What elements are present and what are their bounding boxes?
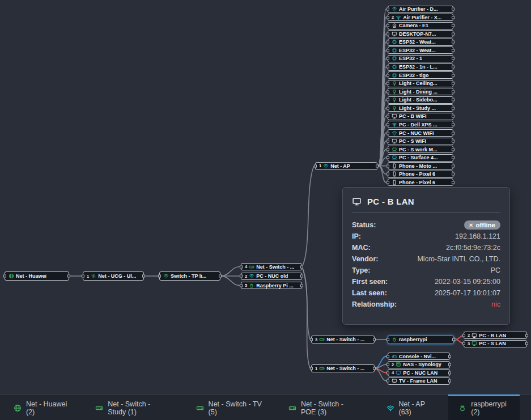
- node-switch-tp-li[interactable]: Switch - TP li...: [159, 271, 220, 281]
- node-air-purifier-d[interactable]: Air Purifier - D...: [388, 6, 453, 13]
- chip-icon: [392, 48, 397, 53]
- port-right: [452, 24, 454, 27]
- node-label: PC - NUC WIFI: [399, 130, 434, 136]
- node-raspberrypi[interactable]: raspberrypi: [388, 336, 454, 344]
- tab-net-switch-study[interactable]: Net - Switch - Study (1): [85, 394, 180, 420]
- node-label: Light - Study ...: [399, 105, 436, 111]
- detail-row-vendor: Vendor: Micro-Star INTL CO., LTD.: [352, 253, 500, 265]
- node-net-ap[interactable]: 1Net - AP: [315, 162, 377, 170]
- node-phone-pixel-6[interactable]: Phone - Pixel 6: [388, 171, 453, 178]
- node-net-huawei[interactable]: Net - Huawei: [5, 271, 69, 281]
- node-esp32-1[interactable]: ESP32 - 1: [388, 55, 453, 62]
- pc-icon: [392, 113, 397, 119]
- tab-net-ap[interactable]: Net - AP (63): [376, 394, 443, 420]
- gamepad-icon: [392, 354, 397, 359]
- node-net-ucg-ul[interactable]: 1Net - UCG - Ul...: [83, 271, 144, 281]
- port-right: [452, 148, 454, 151]
- node-label: PC - S LAN: [479, 341, 506, 346]
- wifi-icon: [163, 273, 169, 279]
- detail-rows: Status: ×offline IP: 192.168.1.121 MAC: …: [352, 219, 500, 310]
- node-light-sidebo[interactable]: Light - Sidebo...: [388, 96, 453, 104]
- detail-value: 2025-07-17 10:01:07: [435, 289, 500, 297]
- port-right: [376, 164, 379, 167]
- node-label: Phone - Pixel 6: [399, 171, 435, 177]
- port-left: [386, 49, 389, 52]
- node-label: DESKTOP-N7...: [399, 31, 436, 37]
- node-pc-nuc-wifi[interactable]: PC - NUC WIFI: [388, 129, 453, 137]
- node-pc-nuc-lan[interactable]: 4PC - NUC LAN: [388, 369, 450, 376]
- port-right: [452, 156, 454, 159]
- switch-icon: [319, 337, 325, 342]
- node-pc-surface-4[interactable]: PC - Surface 4...: [388, 154, 453, 162]
- node-net-switch[interactable]: 3Net - Switch - ...: [311, 336, 375, 343]
- tab-net-switch-tv[interactable]: Net - Switch - TV (5): [186, 394, 273, 420]
- tab-net-huawei[interactable]: Net - Huawei (2): [3, 394, 79, 420]
- switch-icon: [95, 404, 103, 412]
- node-pc-s-wifi[interactable]: PC - S WIFI: [388, 138, 453, 145]
- node-pc-b-lan[interactable]: 2PC - B LAN: [464, 332, 527, 339]
- port-left: [310, 367, 313, 370]
- node-pc-s-lan[interactable]: 3PC - S LAN: [464, 340, 527, 347]
- node-tv-frame-lan[interactable]: TV - Frame LAN: [388, 377, 450, 385]
- node-air-purifier-x[interactable]: 2Air Purifier - X...: [388, 14, 453, 21]
- node-esp32-weat[interactable]: ESP32 - Weat...: [388, 39, 453, 46]
- node-desktop-n7[interactable]: DESKTOP-N7...: [388, 30, 453, 37]
- node-net-switch[interactable]: 4Net - Switch - ...: [241, 263, 302, 270]
- port-left: [386, 371, 389, 374]
- node-light-dining[interactable]: Light - Dining ...: [388, 88, 453, 95]
- node-pc-s-work-m[interactable]: PC - S work M...: [388, 146, 453, 153]
- device-details-popup: PC - B LAN Status: ×offline IP: 192.168.…: [342, 187, 510, 325]
- tab-net-switch-poe[interactable]: Net - Switch - POE (3): [278, 394, 371, 420]
- node-label: Phone - Moto ...: [399, 163, 437, 169]
- port-left: [386, 74, 389, 77]
- node-label: PC - S work M...: [399, 147, 437, 152]
- detail-label: Last seen:: [352, 289, 387, 297]
- port-left: [462, 342, 465, 345]
- node-light-ceiling[interactable]: Light - Ceiling...: [388, 80, 453, 87]
- node-phone-moto[interactable]: Phone - Moto ...: [388, 162, 453, 169]
- port-right: [373, 338, 376, 341]
- node-pc-b-wifi[interactable]: PC - B WIFI: [388, 113, 453, 120]
- detail-label: MAC:: [352, 244, 371, 252]
- detail-label: First seen:: [352, 278, 388, 286]
- port-number-badge: 4: [245, 264, 247, 269]
- tv-icon: [392, 378, 397, 384]
- port-right: [452, 82, 454, 85]
- node-camera-e1[interactable]: Camera - E1: [388, 22, 453, 29]
- node-net-switch[interactable]: 1Net - Switch - ...: [311, 364, 375, 372]
- port-left: [386, 8, 389, 11]
- detail-label: Type:: [352, 266, 370, 274]
- port-number-badge: 5: [245, 283, 247, 288]
- detail-label: Status:: [352, 221, 376, 229]
- detail-value: Micro-Star INTL CO., LTD.: [417, 255, 500, 263]
- node-label: ESP32 - tlgo: [399, 73, 429, 78]
- node-phone-pixel-6[interactable]: Phone - Pixel 6: [388, 179, 453, 186]
- node-esp32-tlgo[interactable]: ESP32 - tlgo: [388, 71, 453, 79]
- detail-value: 2022-03-15 09:25:00: [435, 278, 500, 286]
- port-left: [386, 24, 389, 27]
- pc-icon: [392, 138, 397, 144]
- node-light-study[interactable]: Light - Study ...: [388, 104, 453, 112]
- phone-icon: [392, 180, 397, 185]
- port-left: [386, 16, 389, 19]
- chip-icon: [392, 39, 397, 45]
- node-pc-dell-xps[interactable]: PC - Dell XPS ...: [388, 121, 453, 128]
- port-right: [452, 338, 455, 341]
- node-esp32-weat[interactable]: ESP32 - Weat...: [388, 46, 453, 54]
- chip-icon: [392, 56, 397, 61]
- tab-raspberrypi[interactable]: raspberrypi (2): [448, 394, 520, 420]
- node-label: Phone - Pixel 6: [399, 180, 435, 185]
- node-raspberry-pi[interactable]: 5Raspberry Pi ...: [241, 282, 302, 289]
- node-label: PC - Dell XPS ...: [399, 122, 437, 128]
- detail-value: PC: [491, 266, 500, 274]
- port-right: [452, 115, 454, 118]
- node-nas-synology[interactable]: 2NAS - Synology: [388, 361, 450, 368]
- node-label: ESP32 - Weat...: [399, 39, 436, 45]
- port-right: [219, 275, 222, 278]
- node-console-nvi[interactable]: Console - Nvi...: [388, 353, 450, 360]
- pc-icon: [471, 341, 477, 346]
- node-pc-nuc-old[interactable]: 2PC - NUC old: [241, 273, 302, 280]
- node-esp32-1n-l[interactable]: ESP32 - 1n - L...: [388, 63, 453, 71]
- detail-row-last-seen: Last seen: 2025-07-17 10:01:07: [352, 287, 500, 299]
- wifi-icon: [323, 163, 329, 169]
